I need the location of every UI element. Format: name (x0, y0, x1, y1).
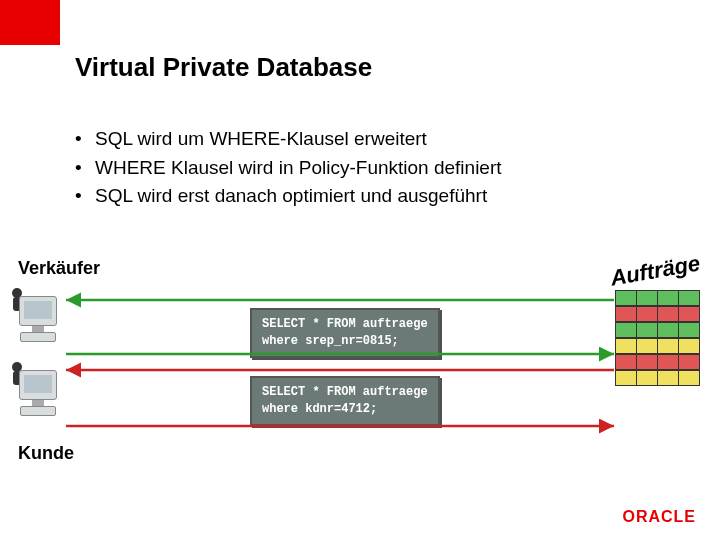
slide-title: Virtual Private Database (75, 52, 372, 83)
sql-line: where srep_nr=0815; (262, 333, 428, 350)
orders-label: Aufträge (608, 250, 702, 291)
seller-label: Verkäufer (18, 258, 100, 279)
sql-line: SELECT * FROM auftraege (262, 384, 428, 401)
customer-label: Kunde (18, 443, 74, 464)
oracle-logo: ORACLE (622, 508, 696, 526)
bullet-item: SQL wird erst danach optimiert und ausge… (75, 182, 502, 211)
sql-query-box: SELECT * FROM auftraege where srep_nr=08… (250, 308, 440, 358)
database-table-icon (615, 290, 700, 386)
bullet-list: SQL wird um WHERE-Klausel erweitert WHER… (75, 125, 502, 211)
brand-red-block (0, 0, 60, 45)
bullet-item: SQL wird um WHERE-Klausel erweitert (75, 125, 502, 154)
sql-line: where kdnr=4712; (262, 401, 428, 418)
computer-icon (14, 370, 62, 420)
bullet-item: WHERE Klausel wird in Policy-Funktion de… (75, 154, 502, 183)
computer-icon (14, 296, 62, 346)
sql-query-box: SELECT * FROM auftraege where kdnr=4712; (250, 376, 440, 426)
sql-line: SELECT * FROM auftraege (262, 316, 428, 333)
